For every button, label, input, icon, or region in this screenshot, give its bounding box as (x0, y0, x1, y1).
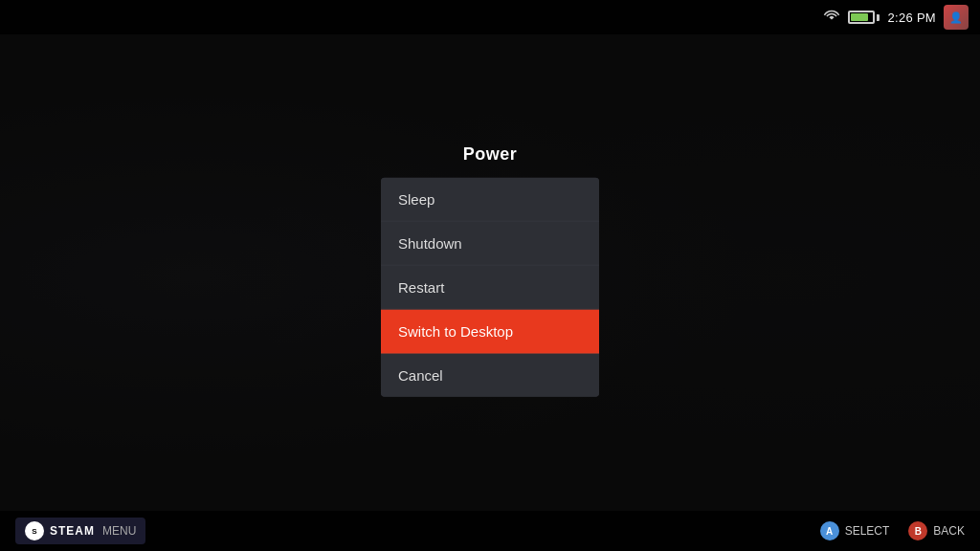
bottom-actions: A SELECT B BACK (820, 521, 965, 540)
battery-body (848, 11, 875, 24)
select-action: A SELECT (820, 521, 890, 540)
bottom-bar: S STEAM MENU A SELECT B BACK (0, 511, 980, 551)
back-label: BACK (933, 524, 965, 538)
top-bar: 2:26 PM 👤 (0, 0, 980, 34)
menu-item-sleep[interactable]: Sleep (381, 178, 599, 222)
select-label: SELECT (845, 524, 890, 538)
steam-logo: S (25, 521, 44, 540)
a-button[interactable]: A (820, 521, 839, 540)
menu-label: MENU (102, 524, 136, 538)
battery-fill (851, 13, 868, 21)
steam-label: STEAM (50, 524, 95, 538)
b-button[interactable]: B (908, 521, 927, 540)
clock: 2:26 PM (887, 11, 936, 25)
menu-item-shutdown[interactable]: Shutdown (381, 222, 599, 266)
battery-indicator (848, 11, 880, 24)
power-menu: Sleep Shutdown Restart Switch to Desktop… (381, 178, 599, 397)
menu-item-restart[interactable]: Restart (381, 266, 599, 310)
avatar: 👤 (944, 5, 969, 30)
status-icons: 2:26 PM 👤 (823, 5, 969, 30)
menu-item-cancel[interactable]: Cancel (381, 354, 599, 397)
back-action: B BACK (908, 521, 965, 540)
power-title: Power (463, 144, 518, 165)
avatar-initials: 👤 (949, 11, 963, 24)
cast-icon (823, 7, 840, 28)
power-menu-wrapper: Power Sleep Shutdown Restart Switch to D… (380, 144, 600, 397)
steam-button[interactable]: S STEAM MENU (15, 518, 145, 544)
battery-tip (877, 14, 880, 21)
menu-item-switch-desktop[interactable]: Switch to Desktop (381, 310, 599, 354)
